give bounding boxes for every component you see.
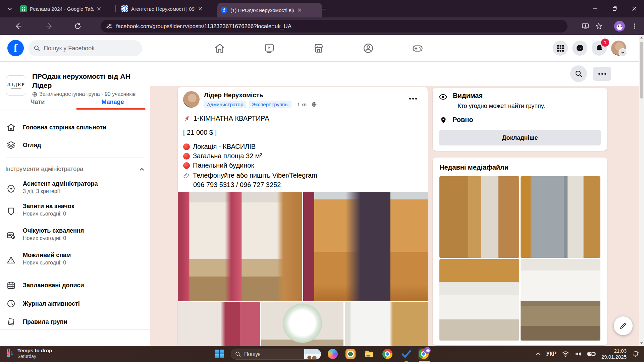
messenger-button[interactable] (572, 41, 587, 56)
reload-button[interactable] (73, 21, 83, 31)
sidebar-item-activity-log[interactable]: Журнал активності (3, 296, 148, 311)
sidebar-item-community-home[interactable]: Головна сторінка спільноти (3, 120, 148, 135)
group-logo[interactable]: ЛІДЕР (6, 75, 26, 96)
browser-profile-avatar[interactable] (614, 21, 625, 32)
browser-tab-sheets[interactable]: Реклама 2024 - Google Табли (17, 0, 120, 17)
apps-menu-button[interactable] (553, 41, 568, 56)
start-button[interactable] (214, 348, 225, 360)
tabs-border (0, 110, 150, 110)
post-photo-2[interactable] (303, 192, 428, 301)
tray-time: 21:03 (601, 348, 627, 354)
notifications-button[interactable]: 1 (592, 41, 607, 56)
location-pin-icon (440, 116, 447, 124)
book-icon (5, 316, 17, 327)
file-explorer-button[interactable] (364, 348, 375, 360)
wifi-icon[interactable] (562, 351, 569, 357)
language-indicator[interactable]: УКР (546, 351, 556, 357)
watch-icon (264, 43, 275, 54)
tray-chevron-up-icon[interactable] (536, 351, 541, 357)
group-search-button[interactable] (570, 65, 587, 82)
nav-home-tab[interactable] (201, 38, 238, 58)
search-highlight-art[interactable] (304, 349, 321, 360)
post-photo-4[interactable] (261, 302, 343, 346)
sidebar-item-admin-assistant[interactable]: Асистент адміністратора 3 дії, 3 критері… (3, 180, 148, 199)
browser-tab-facebook-active[interactable]: f (1) ПРОдаж нерухомості від А (217, 3, 322, 17)
visibility-title: Видимая (453, 92, 483, 100)
forward-button[interactable] (45, 21, 55, 31)
address-bar[interactable]: facebook.com/groups/lider.rv/posts/11323… (101, 20, 568, 33)
scrollbar-thumb[interactable] (640, 42, 643, 99)
notification-bell-icon[interactable] (632, 350, 639, 358)
windows-taskbar: Temps to drop Saturday Пошук УКР 21:03 2… (0, 346, 644, 362)
window-restore-button[interactable] (605, 0, 625, 17)
post-photo-5[interactable] (345, 302, 428, 346)
facebook-search-input[interactable]: Пошук у Facebook (28, 40, 142, 56)
tab-separator (115, 5, 116, 12)
sidebar-item-label: Журнал активності (23, 300, 80, 307)
media-app-button[interactable] (345, 348, 356, 360)
window-close-button[interactable] (625, 0, 644, 17)
page-scrollbar[interactable] (639, 35, 644, 346)
profile-avatar[interactable] (611, 41, 626, 56)
post-author-name[interactable]: Лідер Нерухомість (204, 92, 263, 99)
sidebar-item-possible-spam[interactable]: Можливий спам Нових сьогодні: 0 (3, 252, 148, 270)
window-minimize-button[interactable] (586, 0, 605, 17)
url-text: facebook.com/groups/lider.rv/posts/11323… (116, 23, 291, 29)
nav-gaming-tab[interactable] (399, 38, 436, 58)
sidebar-item-label: Правила групи (23, 318, 67, 325)
close-icon (632, 6, 637, 11)
sidebar-item-overview[interactable]: Огляд (3, 138, 148, 153)
tab-close-icon[interactable] (198, 6, 203, 11)
kebab-menu-icon (632, 23, 638, 29)
media-thumb-1[interactable] (439, 176, 519, 258)
tab-chats[interactable]: Чати (0, 99, 75, 106)
nav-marketplace-tab[interactable] (300, 38, 337, 58)
back-button[interactable] (13, 21, 23, 31)
bookmark-button[interactable] (594, 21, 604, 31)
media-thumb-3[interactable] (439, 259, 519, 341)
chrome-button[interactable] (382, 348, 393, 360)
site-settings-icon[interactable] (106, 23, 113, 29)
facebook-logo[interactable]: f (7, 40, 24, 56)
browser-menu-button[interactable] (630, 21, 640, 31)
media-thumb-4[interactable] (521, 259, 600, 341)
volume-icon[interactable] (575, 351, 582, 357)
sidebar-item-group-rules[interactable]: Правила групи (3, 314, 148, 329)
install-app-button[interactable] (580, 21, 590, 31)
sidebar-item-scheduled-posts[interactable]: Заплановані дописи (3, 278, 148, 293)
nav-watch-tab[interactable] (251, 38, 288, 58)
sidebar-item-sub: Нових сьогодні: 0 (23, 235, 84, 241)
sidebar-item-badge-requests[interactable]: Запити на значок Нових сьогодні: 0 (3, 203, 148, 222)
admin-tools-section-header[interactable]: Інструменти адміністратора (5, 166, 145, 173)
scroll-down-arrow[interactable] (639, 341, 644, 346)
facebook-favicon: f (221, 7, 227, 13)
folder-icon (364, 349, 374, 359)
paperclip-icon (183, 172, 190, 179)
tab-manage[interactable]: Manage (75, 99, 150, 106)
scroll-up-arrow[interactable] (639, 35, 644, 40)
taskbar-search-box[interactable]: Пошук (231, 349, 321, 360)
facebook-header: f Пошук у Facebook (0, 35, 644, 62)
post-options-button[interactable] (406, 93, 420, 105)
taskbar-weather-widget[interactable]: Temps to drop Saturday (5, 348, 52, 359)
tab-close-icon[interactable] (297, 8, 302, 12)
nav-groups-tab[interactable] (350, 38, 387, 58)
sidebar-item-pending-approval[interactable]: Очікують схвалення Нових сьогодні: 0 (3, 227, 148, 246)
post-photo-1[interactable] (178, 192, 302, 301)
taskbar-clock[interactable]: 21:03 29.01.2025 (601, 348, 627, 360)
group-more-button[interactable] (593, 67, 611, 81)
new-tab-button[interactable] (319, 4, 329, 14)
minimize-icon (593, 6, 598, 11)
battery-charging-icon[interactable] (587, 351, 596, 357)
chrome-active-button[interactable] (418, 348, 429, 360)
post-author-avatar[interactable] (183, 91, 200, 108)
tab-list-button[interactable] (5, 4, 15, 14)
browser-tab-agency[interactable]: Агентство Нерухомості | 09751 (118, 0, 221, 17)
copilot-button[interactable] (327, 348, 338, 360)
todo-app-button[interactable] (400, 348, 412, 360)
compose-post-button[interactable] (614, 316, 633, 335)
media-thumb-2[interactable] (521, 176, 600, 258)
details-button[interactable]: Докладніше (439, 130, 601, 145)
post-photo-3[interactable] (178, 302, 260, 346)
tab-close-icon[interactable] (97, 6, 101, 11)
